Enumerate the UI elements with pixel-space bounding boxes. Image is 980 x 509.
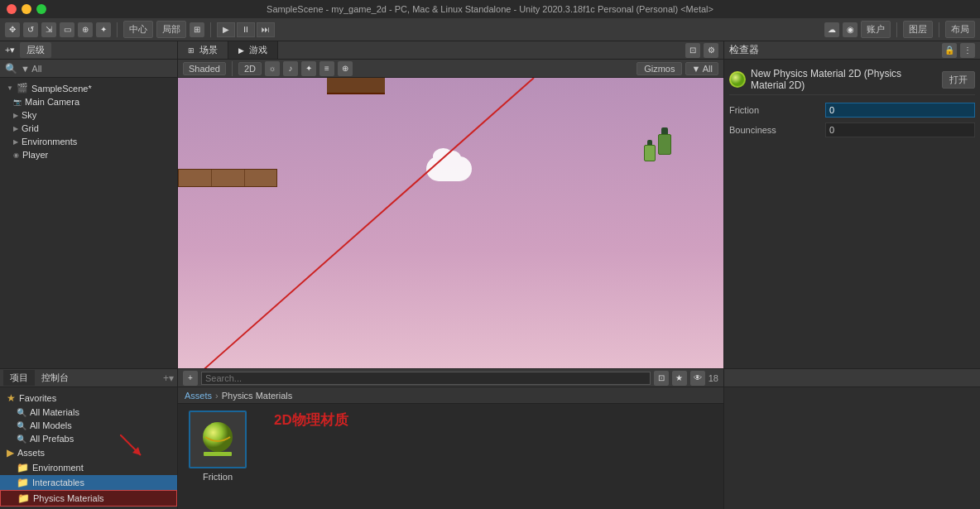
layout-button[interactable]: 布局 (945, 21, 975, 38)
minimize-button[interactable] (22, 4, 31, 14)
material-title-row: New Physics Material 2D (Physics Materia… (729, 65, 975, 95)
item-icon: 📷 (13, 98, 22, 106)
all-prefabs-item[interactable]: 🔍 All Prefabs (0, 432, 177, 445)
all-materials-item[interactable]: 🔍 All Materials (0, 406, 177, 419)
bottom-right-panel (723, 369, 980, 509)
global-button[interactable]: 局部 (156, 21, 186, 38)
asset-search-input[interactable] (201, 372, 651, 385)
rotate-tool-icon[interactable]: ↺ (23, 22, 38, 37)
material-name: New Physics Material 2D (Physics Materia… (751, 68, 937, 91)
scene-extra-icon1[interactable]: ⊡ (685, 43, 700, 58)
move-tool-icon[interactable]: ✥ (5, 22, 20, 37)
star-filter-icon[interactable]: ★ (672, 371, 687, 386)
material-icon (729, 71, 746, 88)
folder-environment[interactable]: 📁 Environment (0, 460, 177, 475)
hierarchy-item-camera[interactable]: 📷 Main Camera (0, 95, 177, 108)
friction-asset-item[interactable]: Friction (185, 411, 251, 482)
light-icon[interactable]: ☼ (265, 61, 280, 76)
inspector-menu-icon[interactable]: ⋮ (960, 43, 975, 58)
eye-filter-icon[interactable]: 👁 (690, 371, 705, 386)
account-button[interactable]: 账户 (861, 21, 891, 38)
folder-icon-interactables: 📁 (17, 477, 29, 488)
filter-icon[interactable]: ⊡ (654, 371, 669, 386)
hierarchy-tab[interactable]: 层级 (20, 42, 51, 58)
view-tabs: ⊞ 场景 ▶ 游戏 ⊡ ⚙ (178, 41, 723, 60)
hierarchy-search-bar: 🔍 ▼ All (0, 60, 177, 78)
sound-icon[interactable]: ♪ (283, 61, 298, 76)
rect-tool-icon[interactable]: ▭ (60, 22, 74, 37)
hierarchy-item-player[interactable]: ◉ Player (0, 148, 177, 161)
gizmos-button[interactable]: Gizmos (637, 62, 682, 75)
open-material-button[interactable]: 打开 (942, 71, 975, 89)
scene-extra-icon2[interactable]: ⚙ (704, 43, 718, 58)
bottom-center-panel: + ⊡ ★ 👁 18 Assets › Physics Materials (178, 369, 723, 509)
close-button[interactable] (7, 4, 17, 14)
hierarchy-item-grid[interactable]: ▶ Grid (0, 122, 177, 135)
main-toolbar: ✥ ↺ ⇲ ▭ ⊕ ✦ 中心 局部 ⊞ ▶ ⏸ ⏭ ☁ ◉ 账户 图层 布局 (0, 18, 980, 41)
console-tab[interactable]: 控制台 (35, 370, 75, 386)
shaded-button[interactable]: Shaded (183, 62, 226, 75)
game-tab[interactable]: ▶ 游戏 (228, 41, 278, 59)
scene-tab[interactable]: ⊞ 场景 (178, 41, 228, 59)
scene-extra-icon3[interactable]: ≡ (319, 61, 334, 76)
step-button[interactable]: ⏭ (257, 22, 275, 37)
scene-root-item[interactable]: ▼ 🎬 SampleScene* (0, 81, 177, 95)
hierarchy-item-environments[interactable]: ▶ Environments (0, 135, 177, 148)
search-filter[interactable]: ▼ All (21, 64, 42, 74)
center-button[interactable]: 中心 (123, 21, 153, 38)
bottom-right-header (724, 369, 980, 387)
add-hierarchy-icon[interactable]: +▾ (5, 45, 15, 55)
friction-field-row: Friction (729, 100, 975, 120)
separator-2 (210, 22, 211, 37)
fx-icon[interactable]: ✦ (301, 61, 316, 76)
scale-tool-icon[interactable]: ⇲ (41, 22, 56, 37)
hierarchy-item-sky[interactable]: ▶ Sky (0, 108, 177, 122)
folder-interactables[interactable]: 📁 Interactables (0, 475, 177, 490)
all-layers-button[interactable]: ▼ All (685, 62, 718, 75)
star-icon: ★ (7, 392, 16, 404)
assets-header[interactable]: ▶ Assets (0, 445, 177, 460)
scene-name: SampleScene* (31, 84, 92, 94)
pause-button[interactable]: ⏸ (237, 22, 255, 37)
svg-rect-3 (204, 452, 232, 456)
play-button[interactable]: ▶ (217, 22, 235, 37)
cloud-icon[interactable]: ☁ (824, 22, 839, 37)
layers-button[interactable]: 图层 (903, 21, 933, 38)
favorites-header[interactable]: ★ Favorites (0, 391, 177, 406)
maximize-button[interactable] (36, 4, 46, 14)
friction-label: Friction (729, 105, 820, 115)
create-asset-icon[interactable]: + (183, 371, 198, 386)
2d-button[interactable]: 2D (238, 62, 262, 75)
folder-icon-env: 📁 (17, 462, 29, 473)
svg-point-1 (731, 73, 744, 86)
window-controls (7, 4, 46, 14)
services-icon[interactable]: ◉ (843, 22, 858, 37)
inspector-lock-icon[interactable]: 🔒 (942, 43, 957, 58)
asset-count: 18 (709, 373, 718, 383)
search-icon-materials: 🔍 (17, 408, 26, 417)
svg-line-0 (178, 78, 534, 392)
all-models-item[interactable]: 🔍 All Models (0, 419, 177, 432)
asset-grid: Friction 2D物理材质 (178, 404, 723, 509)
hierarchy-header: +▾ 层级 (0, 41, 177, 60)
bottom-area: 项目 控制台 +▾ ★ Favorites 🔍 All Materials 🔍 … (0, 368, 980, 509)
bottom-left-tabs: 项目 控制台 +▾ (0, 369, 177, 387)
project-tab[interactable]: 项目 (3, 370, 35, 386)
grid-toggle-icon[interactable]: ⊞ (190, 22, 204, 37)
transform-tool-icon[interactable]: ⊕ (78, 22, 93, 37)
separator-1 (117, 22, 118, 37)
scene-extra-icon4[interactable]: ⊕ (338, 61, 353, 76)
custom-tool-icon[interactable]: ✦ (96, 22, 111, 37)
bottle-object-1 (656, 127, 674, 156)
bottom-left-add[interactable]: +▾ (163, 372, 174, 384)
breadcrumb-current: Physics Materials (222, 391, 293, 401)
friction-input[interactable] (825, 103, 975, 118)
top-platform-left (178, 169, 277, 187)
separator-3 (896, 22, 897, 37)
breadcrumb-root[interactable]: Assets (185, 391, 212, 401)
folder-physics-materials[interactable]: 📁 Physics Materials (0, 490, 177, 507)
separator-4 (939, 22, 939, 37)
cloud-object (426, 156, 472, 181)
inspector-label: 检查器 (729, 43, 759, 57)
expand-icon: ▶ (13, 125, 18, 132)
